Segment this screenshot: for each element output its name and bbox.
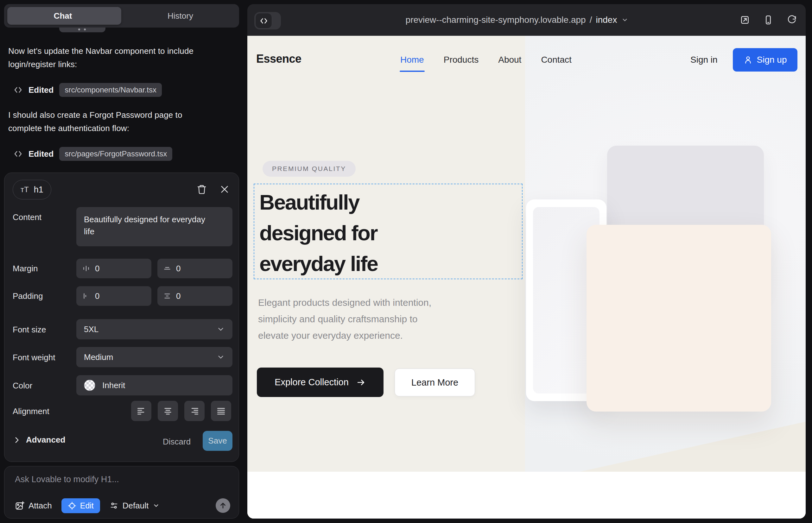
padding-x-value: 0 <box>95 291 100 301</box>
preview-window: preview--charming-site-symphony.lovable.… <box>247 4 806 519</box>
edit-mode-button[interactable]: Edit <box>61 498 100 513</box>
edited-label: Edited <box>29 149 54 159</box>
chat-composer: Ask Lovable to modify H1... Attach Edit <box>4 466 239 519</box>
discard-button[interactable]: Discard <box>163 437 191 447</box>
mode-selector[interactable]: Default <box>110 501 160 511</box>
alignment-label: Alignment <box>13 407 49 416</box>
chevron-right-icon <box>13 436 21 444</box>
close-inspector-button[interactable] <box>217 182 231 196</box>
padding-y-input[interactable]: 0 <box>157 286 232 306</box>
path-separator: / <box>590 15 592 25</box>
nav-link-products[interactable]: Products <box>444 55 479 65</box>
nav-link-contact[interactable]: Contact <box>541 55 572 65</box>
address-bar[interactable]: preview--charming-site-symphony.lovable.… <box>247 4 796 36</box>
sign-up-label: Sign up <box>757 55 787 65</box>
margin-x-value: 0 <box>95 264 100 273</box>
edited-file-row: Edited src/components/Navbar.tsx <box>13 83 162 97</box>
delete-element-button[interactable] <box>195 182 209 196</box>
refresh-button[interactable] <box>787 15 797 25</box>
margin-x-input[interactable]: 0 <box>76 259 152 278</box>
composer-input[interactable]: Ask Lovable to modify H1... <box>15 474 119 484</box>
align-center-icon <box>163 406 173 416</box>
color-label: Color <box>13 381 32 391</box>
text-type-icon: тT <box>21 185 29 194</box>
mobile-view-button[interactable] <box>763 15 773 25</box>
next-section-background <box>247 472 806 519</box>
paragraph-line: elevate your everyday experience. <box>258 327 431 344</box>
chevron-down-icon <box>217 353 225 361</box>
dot-icon <box>84 29 86 30</box>
margin-y-value: 0 <box>176 264 180 273</box>
preview-toolbar: preview--charming-site-symphony.lovable.… <box>247 4 806 36</box>
edit-label: Edit <box>80 501 94 510</box>
preview-actions <box>740 4 797 36</box>
content-input[interactable]: Beautifully designed for everyday life <box>76 207 232 246</box>
padding-vertical-icon <box>163 292 171 300</box>
padding-x-input[interactable]: 0 <box>76 286 152 306</box>
site-logo[interactable]: Essence <box>256 52 301 66</box>
mode-label: Default <box>123 501 148 511</box>
file-chip[interactable]: src/pages/ForgotPassword.tsx <box>59 147 172 161</box>
color-select[interactable]: Inherit <box>76 375 232 395</box>
selected-element-tag: тT h1 <box>13 180 51 199</box>
color-value: Inherit <box>102 381 125 390</box>
font-size-value: 5XL <box>84 325 99 334</box>
tab-chat[interactable]: Chat <box>4 11 122 21</box>
code-icon <box>13 149 23 159</box>
preview-path: index <box>596 15 617 25</box>
sign-up-button[interactable]: Sign up <box>733 48 797 72</box>
cta-primary-label: Explore Collection <box>275 377 349 387</box>
element-tag-label: h1 <box>34 185 43 195</box>
site-nav: Home Products About Contact <box>400 55 572 65</box>
chevron-down-icon <box>153 502 160 509</box>
advanced-toggle[interactable]: Advanced <box>13 435 65 445</box>
learn-more-button[interactable]: Learn More <box>394 368 475 396</box>
composer-toolbar: Attach Edit Default <box>15 497 160 514</box>
arrow-right-icon <box>356 378 366 387</box>
font-size-select[interactable]: 5XL <box>76 319 232 339</box>
open-in-new-tab-button[interactable] <box>740 15 750 25</box>
nav-link-home[interactable]: Home <box>400 55 424 65</box>
align-right-icon <box>189 406 199 416</box>
headline-line: Beautifully <box>259 187 378 217</box>
trash-icon <box>197 184 207 194</box>
font-weight-label: Font weight <box>13 353 55 362</box>
rendered-site: Essence Home Products About Contact Sign… <box>247 36 806 519</box>
align-left-button[interactable] <box>131 401 152 421</box>
save-button[interactable]: Save <box>203 431 232 451</box>
crosshair-icon <box>68 502 76 510</box>
send-button[interactable] <box>216 498 230 513</box>
attach-button[interactable]: Attach <box>15 501 52 511</box>
chevron-down-icon <box>621 16 628 23</box>
transparency-swatch-icon <box>84 380 95 391</box>
lovable-editor-screen: Chat History Now let's update the Navbar… <box>0 0 812 523</box>
tab-history[interactable]: History <box>122 11 239 21</box>
margin-vertical-icon <box>163 264 171 273</box>
paragraph-line: simplicity and quality craftsmanship to <box>258 311 431 327</box>
explore-collection-button[interactable]: Explore Collection <box>257 367 384 397</box>
headline-line: everyday life <box>259 248 378 279</box>
margin-horizontal-icon <box>82 264 90 273</box>
padding-y-value: 0 <box>176 291 180 301</box>
premium-quality-badge: PREMIUM QUALITY <box>263 161 356 177</box>
edited-file-row: Edited src/pages/ForgotPassword.tsx <box>13 147 172 161</box>
content-label: Content <box>13 213 41 222</box>
margin-y-input[interactable]: 0 <box>157 259 232 278</box>
arrow-up-icon <box>219 502 227 510</box>
align-center-button[interactable] <box>158 401 178 421</box>
advanced-label: Advanced <box>26 435 65 445</box>
edited-label: Edited <box>29 85 54 95</box>
user-icon <box>744 55 753 64</box>
code-icon <box>13 85 23 95</box>
mobile-device-icon <box>763 15 773 25</box>
hero-headline-selected[interactable]: Beautifully designed for everyday life <box>259 187 378 279</box>
font-size-label: Font size <box>13 325 46 335</box>
align-right-button[interactable] <box>184 401 205 421</box>
align-justify-button[interactable] <box>211 401 231 421</box>
file-chip[interactable]: src/components/Navbar.tsx <box>59 83 161 97</box>
padding-horizontal-icon <box>82 292 90 300</box>
nav-link-about[interactable]: About <box>498 55 521 65</box>
font-weight-select[interactable]: Medium <box>76 347 232 367</box>
chat-sidebar: Chat History Now let's update the Navbar… <box>0 0 246 523</box>
sign-in-button[interactable]: Sign in <box>690 55 718 65</box>
